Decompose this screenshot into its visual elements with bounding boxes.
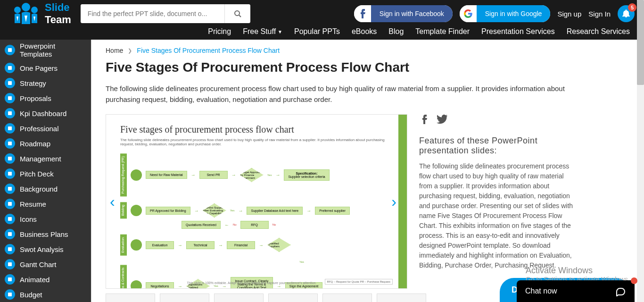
arrow-icon: → [238,208,243,213]
svg-line-4 [239,15,241,17]
sidebar-icon [5,153,15,164]
breadcrumb-current[interactable]: Five Stages Of Procurement Process Flow … [137,47,280,54]
google-signin-button[interactable]: Sign in with Google [460,5,551,22]
signin-link[interactable]: Sign In [588,10,611,18]
sidebar-item-label: Strategy [20,79,46,87]
thumbnail[interactable] [377,294,426,302]
arrow-icon: → [306,208,311,213]
carousel-next-button[interactable]: › [391,193,396,210]
arrow-icon: → [275,172,280,177]
arrow-icon: → [178,243,182,248]
sidebar-item-strategy[interactable]: Strategy [0,76,91,91]
auth-section: Sign in with Facebook Sign in with Googl… [354,5,635,22]
nav-pricing[interactable]: Pricing [208,27,231,36]
search-input[interactable] [81,4,224,23]
google-signin-label: Sign in with Google [477,5,551,22]
search-button[interactable] [224,4,250,23]
sidebar-item-kpi-dashboard[interactable]: Kpi Dashboard [0,106,91,121]
stage-label-2: Bidding [120,202,127,218]
sidebar-item-label: Pitch Deck [20,170,54,178]
stage-label-4: Negotiations & Contracts [120,265,127,289]
scrollbar-thumb[interactable] [637,0,644,85]
slide-preview: ‹ › Five stages of procurement process f… [106,114,407,289]
sidebar-item-powerpoint-templates[interactable]: Powerpoint Templates [0,40,91,60]
sidebar-item-background[interactable]: Background [0,181,91,196]
svg-point-2 [31,7,38,13]
content: Home ❯ Five Stages Of Procurement Proces… [91,40,644,302]
logo-text: Slide Team [45,1,71,26]
sidebar-item-label: Background [20,185,58,193]
sidebar-item-label: Animated [20,276,50,284]
sidebar-item-business-plans[interactable]: Business Plans [0,226,91,242]
nav-research-services[interactable]: Research Services [567,27,630,36]
stage-icon-2 [131,205,142,216]
carousel-prev-button[interactable]: ‹ [110,193,115,210]
flow-diamond: Shortlist Supplier After Evaluating thei… [203,203,226,218]
flow-box: Send PR [199,171,228,179]
chevron-right-icon: ❯ [128,48,132,54]
sidebar-item-proposals[interactable]: Proposals [0,91,91,106]
logo-text-top: Slide [45,1,71,14]
flow-box: Need for Raw Material [146,171,187,179]
sidebar-item-label: Business Plans [20,230,68,238]
flow-yes: Yes [214,285,218,287]
sidebar-item-label: Gantt Chart [20,260,57,268]
sidebar-item-one-pagers[interactable]: One Pagers [0,60,91,76]
svg-rect-5 [8,48,12,52]
breadcrumb-home[interactable]: Home [106,47,123,54]
nav-freestuff[interactable]: Free Stuff▼ [243,27,282,36]
sidebar-item-label: Professional [20,125,59,133]
thumbnail[interactable] [214,294,264,302]
caret-down-icon: ▼ [278,29,282,34]
thumbnail[interactable] [106,294,155,302]
nav-ebooks[interactable]: eBooks [352,27,377,36]
flow-box: Evaluation [146,241,174,249]
facebook-signin-button[interactable]: Sign in with Facebook [354,5,453,22]
stage-icon-3 [131,239,142,251]
logo[interactable]: Slide Team [9,1,71,26]
svg-point-0 [22,3,30,11]
sidebar-item-resume[interactable]: Resume [0,196,91,211]
sidebar-item-professional[interactable]: Professional [0,121,91,136]
facebook-signin-label: Sign in with Facebook [371,5,453,22]
flow-box: Specification:Supplier selection criteri… [284,169,329,181]
arrow-icon: → [194,208,199,213]
chat-badge [631,277,637,284]
sidebar-item-animated[interactable]: Animated [0,272,91,287]
notification-bell[interactable]: 5 [618,5,635,22]
sidebar-icon [5,63,15,73]
nav-presentation-services[interactable]: Presentation Services [481,27,555,36]
slide-inner: Five stages of procurement process flow … [106,115,407,289]
sidebar-item-budget[interactable]: Budget [0,287,91,302]
chat-widget[interactable]: Chat now [517,280,635,302]
nav-popular-ppts[interactable]: Popular PPTs [294,27,340,36]
sidebar-item-pitch-deck[interactable]: Pitch Deck [0,166,91,181]
svg-rect-9 [8,111,12,115]
twitter-share-icon[interactable] [437,114,448,126]
page-title: Five Stages Of Procurement Process Flow … [106,60,630,75]
sidebar-icon [5,138,15,149]
arrow-icon: → [191,172,196,177]
svg-rect-11 [8,142,12,145]
thumbnail[interactable] [160,294,209,302]
thumbnail[interactable] [268,294,318,302]
sidebar-item-swot-analysis[interactable]: Swot Analysis [0,242,91,257]
facebook-share-icon[interactable] [419,114,429,126]
flow-box: RFQ [240,221,269,229]
sidebar-item-roadmap[interactable]: Roadmap [0,136,91,151]
flow-yes: Yes [299,260,304,263]
flow-no: No [233,223,237,226]
sidebar-item-management[interactable]: Management [0,151,91,166]
thumbnail[interactable] [322,294,372,302]
sidebar-item-icons[interactable]: Icons [0,211,91,226]
sidebar-icon [5,289,15,300]
scrollbar[interactable] [637,0,644,302]
sidebar-icon [5,229,15,239]
flow-box: Supplier Database Add text here [247,207,303,215]
nav-template-finder[interactable]: Template Finder [415,27,470,36]
arrow-icon: ← [224,222,229,227]
logo-icon [9,2,42,25]
signup-link[interactable]: Sign up [557,10,581,18]
sidebar-item-gantt-chart[interactable]: Gantt Chart [0,257,91,272]
nav-blog[interactable]: Blog [388,27,404,36]
